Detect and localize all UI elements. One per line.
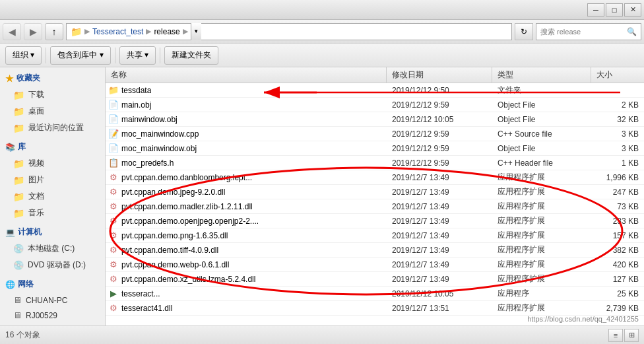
sidebar-item-rj00529[interactable]: 🖥 RJ00529 xyxy=(0,308,105,323)
table-row[interactable]: ⚙ pvt.cppan.demo.tiff-4.0.9.dll 2019/12/… xyxy=(106,243,644,258)
breadcrumb-tesseract[interactable]: Tesseract_test xyxy=(92,27,143,36)
sidebar-item-music[interactable]: 📁 音乐 xyxy=(0,205,105,221)
close-button[interactable]: ✕ xyxy=(624,3,641,17)
file-type: 应用程序扩展 xyxy=(492,273,591,285)
table-row[interactable]: ▶ tesseract... 2019/12/12 10:05 应用程序 25 … xyxy=(106,287,644,301)
sidebar-item-downloads[interactable]: 📁 下载 xyxy=(0,86,105,103)
search-box[interactable]: 🔍 xyxy=(536,23,641,40)
documents-label: 文档 xyxy=(28,191,44,202)
desktop-label: 桌面 xyxy=(28,106,44,117)
library-header[interactable]: 📚 库 xyxy=(0,139,105,155)
file-size: 73 KB xyxy=(591,202,644,211)
folder-icon: 📁 xyxy=(13,123,24,133)
file-size: 2,739 KB xyxy=(591,304,644,313)
file-name: mainwindow.obj xyxy=(121,115,177,124)
file-name-cell: ⚙ pvt.cppan.demo.openjpeg.openjp2-2.... xyxy=(106,216,387,226)
file-type: 文件夹 xyxy=(492,85,591,96)
name-column-header[interactable]: 名称 xyxy=(106,67,387,83)
file-modified: 2019/12/7 13:51 xyxy=(387,304,492,313)
sidebar-item-c-drive[interactable]: 💿 本地磁盘 (C:) xyxy=(0,240,105,257)
table-row[interactable]: ⚙ tesseract41.dll 2019/12/7 13:51 应用程序扩展… xyxy=(106,301,644,316)
file-type: 应用程序扩展 xyxy=(492,201,591,212)
sidebar-item-d-drive[interactable]: 💿 DVD 驱动器 (D:) xyxy=(0,257,105,273)
file-size: 127 KB xyxy=(591,275,644,284)
sidebar-item-desktop[interactable]: 📁 桌面 xyxy=(0,103,105,120)
table-row[interactable]: ⚙ pvt.cppan.demo.png-1.6.35.dll 2019/12/… xyxy=(106,228,644,243)
forward-button[interactable]: ▶ xyxy=(24,23,42,40)
file-type-icon: 📋 xyxy=(108,158,119,168)
file-type: 应用程序扩展 xyxy=(492,186,591,197)
breadcrumb-separator-1: ▶ xyxy=(84,27,90,36)
file-name-cell: 📁 tessdata xyxy=(106,85,387,96)
table-row[interactable]: 📄 moc_mainwindow.obj 2019/12/12 9:59 Obj… xyxy=(106,141,644,156)
toolbar-divider-1 xyxy=(46,48,46,63)
modified-column-header[interactable]: 修改日期 xyxy=(387,67,492,83)
sidebar-item-video[interactable]: 📁 视频 xyxy=(0,155,105,172)
organize-button[interactable]: 组织 ▾ xyxy=(5,46,42,65)
table-row[interactable]: 📁 tessdata 2019/12/12 9:50 文件夹 xyxy=(106,83,644,98)
table-row[interactable]: ⚙ pvt.cppan.demo.xz_utils.lzma-5.2.4.dll… xyxy=(106,272,644,287)
title-bar: ─ □ ✕ xyxy=(0,0,644,20)
address-bar[interactable]: 📁 ▶ Tesseract_test ▶ release ▶ ▼ xyxy=(66,23,512,40)
file-size: 1 KB xyxy=(591,158,644,168)
breadcrumb-separator-2: ▶ xyxy=(146,27,151,36)
add-to-library-button[interactable]: 包含到库中 ▾ xyxy=(50,46,110,65)
table-row[interactable]: ⚙ pvt.cppan.demo.madler.zlib-1.2.11.dll … xyxy=(106,199,644,214)
table-row[interactable]: 📄 mainwindow.obj 2019/12/12 10:05 Object… xyxy=(106,112,644,127)
maximize-button[interactable]: □ xyxy=(606,3,623,17)
table-row[interactable]: ⚙ pvt.cppan.demo.jpeg-9.2.0.dll 2019/12/… xyxy=(106,185,644,199)
network-header[interactable]: 🌐 网络 xyxy=(0,276,105,292)
back-button[interactable]: ◀ xyxy=(3,23,21,40)
table-row[interactable]: 📄 main.obj 2019/12/12 9:59 Object File 2… xyxy=(106,98,644,112)
file-size: 247 KB xyxy=(591,188,644,197)
library-icon: 📚 xyxy=(5,143,15,152)
file-type-icon: ⚙ xyxy=(108,216,119,226)
sidebar-item-pictures[interactable]: 📁 图片 xyxy=(0,172,105,188)
pictures-label: 图片 xyxy=(28,174,44,186)
file-type-icon: ⚙ xyxy=(108,259,119,270)
sidebar-item-recent[interactable]: 📁 最近访问的位置 xyxy=(0,120,105,136)
file-size: 25 KB xyxy=(591,289,644,298)
sidebar-item-chuan-pc[interactable]: 🖥 CHUAN-PC xyxy=(0,292,105,308)
minimize-button[interactable]: ─ xyxy=(587,3,604,17)
list-view-button[interactable]: ≡ xyxy=(608,329,623,342)
computer-icon: 💻 xyxy=(5,228,15,237)
rj00529-label: RJ00529 xyxy=(26,311,57,320)
file-type-icon: 📝 xyxy=(108,129,119,139)
video-label: 视频 xyxy=(28,158,44,169)
toolbar: 组织 ▾ 包含到库中 ▾ 共享 ▾ 新建文件夹 xyxy=(0,44,644,67)
file-name-cell: ⚙ tesseract41.dll xyxy=(106,303,387,314)
favorites-header[interactable]: ★ 收藏夹 xyxy=(0,70,105,86)
file-type: C++ Header file xyxy=(492,158,591,168)
file-type-icon: ⚙ xyxy=(108,201,119,212)
sidebar-item-documents[interactable]: 📁 文档 xyxy=(0,188,105,205)
file-modified: 2019/12/7 13:49 xyxy=(387,217,492,226)
file-name-cell: ⚙ pvt.cppan.demo.xz_utils.lzma-5.2.4.dll xyxy=(106,274,387,285)
share-button[interactable]: 共享 ▾ xyxy=(119,46,156,65)
file-type-icon: ⚙ xyxy=(108,230,119,241)
table-row[interactable]: 📋 moc_predefs.h 2019/12/12 9:59 C++ Head… xyxy=(106,156,644,170)
up-button[interactable]: ↑ xyxy=(45,23,63,40)
table-row[interactable]: ⚙ pvt.cppan.demo.danbloomberg.lept... 20… xyxy=(106,170,644,185)
file-list: 名称 修改日期 类型 大小 📁 tessdata 2019/12/12 9:50… xyxy=(106,67,644,316)
file-name: moc_mainwindow.cpp xyxy=(121,129,199,139)
search-icon: 🔍 xyxy=(627,27,637,36)
folder-icon: 📁 xyxy=(13,208,24,219)
network-icon: 🌐 xyxy=(5,280,15,289)
details-view-button[interactable]: ⊞ xyxy=(624,329,639,342)
address-dropdown[interactable]: ▼ xyxy=(191,23,201,40)
table-row[interactable]: ⚙ pvt.cppan.demo.webp-0.6.1.dll 2019/12/… xyxy=(106,258,644,272)
table-row[interactable]: ⚙ pvt.cppan.demo.openjpeg.openjp2-2.... … xyxy=(106,214,644,228)
search-input[interactable] xyxy=(540,28,627,36)
file-type-icon: ⚙ xyxy=(108,245,119,256)
breadcrumb-release[interactable]: release xyxy=(154,27,179,36)
file-modified: 2019/12/12 9:59 xyxy=(387,158,492,168)
new-folder-button[interactable]: 新建文件夹 xyxy=(164,46,218,65)
file-modified: 2019/12/12 10:05 xyxy=(387,289,492,298)
file-name-cell: 📋 moc_predefs.h xyxy=(106,158,387,168)
size-column-header[interactable]: 大小 xyxy=(591,67,644,83)
table-row[interactable]: 📝 moc_mainwindow.cpp 2019/12/12 9:59 C++… xyxy=(106,127,644,141)
computer-header[interactable]: 💻 计算机 xyxy=(0,224,105,240)
refresh-button[interactable]: ↻ xyxy=(515,23,533,40)
type-column-header[interactable]: 类型 xyxy=(492,67,591,83)
